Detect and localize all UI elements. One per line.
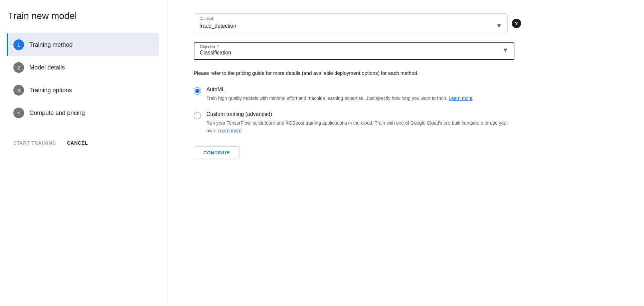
step-2-model-details[interactable]: 2 Model details bbox=[8, 56, 159, 79]
automl-learn-more[interactable]: Learn more bbox=[449, 96, 473, 101]
custom-learn-more[interactable]: Learn more bbox=[217, 128, 241, 133]
custom-content: Custom training (advanced) Run your Tens… bbox=[206, 111, 514, 134]
automl-content: AutoML Train high quality models with mi… bbox=[206, 87, 473, 102]
custom-title: Custom training (advanced) bbox=[206, 111, 514, 117]
objective-value: Classification bbox=[200, 50, 502, 56]
step-4-compute-pricing[interactable]: 4 Compute and pricing bbox=[8, 102, 159, 124]
start-training-button[interactable]: START TRAINING bbox=[13, 140, 56, 146]
dataset-help-icon[interactable]: ? bbox=[512, 19, 521, 28]
objective-label: Objective * bbox=[200, 44, 502, 49]
objective-field[interactable]: Objective * Classification ▼ bbox=[194, 42, 514, 60]
sidebar-actions: START TRAINING CANCEL bbox=[8, 140, 159, 146]
step-3-badge: 3 bbox=[13, 85, 24, 96]
objective-group: Objective * Classification ▼ bbox=[194, 42, 617, 60]
dataset-label: Dataset bbox=[199, 16, 502, 21]
step-4-badge: 4 bbox=[13, 108, 24, 118]
cancel-button[interactable]: CANCEL bbox=[67, 140, 88, 146]
pricing-description: Please refer to the pricing guide for mo… bbox=[194, 69, 514, 77]
step-3-training-options[interactable]: 3 Training options bbox=[8, 79, 159, 102]
step-1-label: Training method bbox=[29, 41, 72, 48]
continue-button[interactable]: CONTINUE bbox=[194, 146, 240, 159]
step-2-label: Model details bbox=[29, 64, 65, 71]
dataset-field[interactable]: Dataset fraud_detection ▼ bbox=[194, 13, 508, 33]
automl-radio[interactable] bbox=[194, 87, 201, 95]
step-4-label: Compute and pricing bbox=[29, 110, 85, 117]
step-1-training-method[interactable]: 1 Training method bbox=[7, 33, 159, 56]
page-title: Train new model bbox=[8, 11, 159, 21]
automl-option: AutoML Train high quality models with mi… bbox=[194, 87, 514, 102]
step-1-badge: 1 bbox=[13, 39, 24, 50]
objective-dropdown-icon: ▼ bbox=[502, 47, 508, 54]
sidebar: Train new model 1 Training method 2 Mode… bbox=[0, 0, 167, 306]
automl-title: AutoML bbox=[206, 87, 473, 93]
custom-radio[interactable] bbox=[194, 112, 201, 119]
dataset-value: fraud_detection bbox=[199, 23, 236, 29]
step-3-label: Training options bbox=[29, 87, 72, 94]
main-content: Dataset fraud_detection ▼ ? Objective * … bbox=[167, 0, 644, 306]
custom-training-option: Custom training (advanced) Run your Tens… bbox=[194, 111, 514, 134]
custom-description: Run your TensorFlow, scikit-learn and XG… bbox=[206, 119, 514, 134]
dataset-group: Dataset fraud_detection ▼ ? bbox=[194, 13, 617, 33]
automl-description: Train high quality models with minimal e… bbox=[206, 95, 473, 102]
dataset-dropdown-icon: ▼ bbox=[496, 22, 502, 29]
step-2-badge: 2 bbox=[13, 62, 24, 73]
